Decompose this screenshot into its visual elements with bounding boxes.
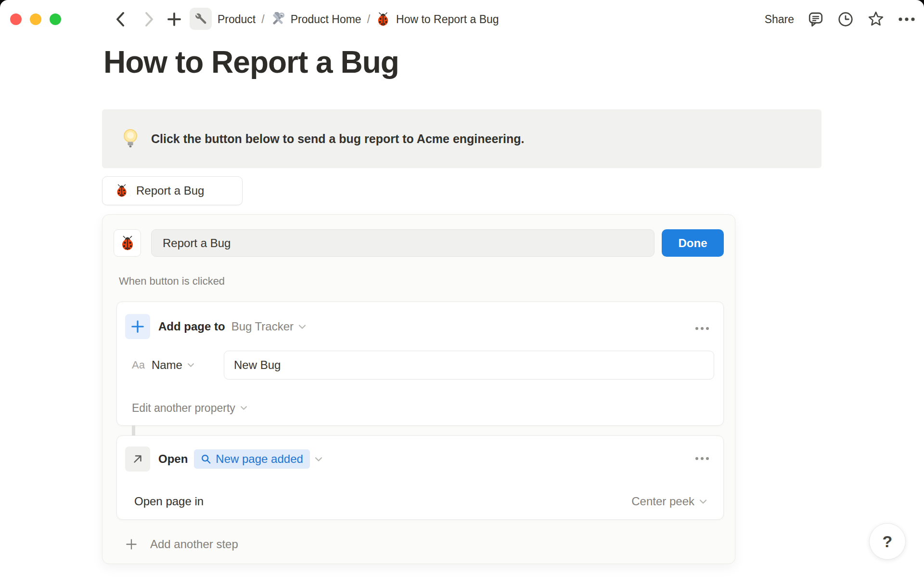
ladybug-icon [115,184,128,197]
step-connector [132,425,135,436]
close-window-icon[interactable] [10,13,22,25]
open-step-icon [125,447,150,472]
more-icon [701,327,704,330]
property-value-input[interactable] [224,351,714,380]
breadcrumb-separator: / [367,13,370,26]
step2-more-button[interactable] [695,457,709,460]
report-a-bug-button[interactable]: Report a Bug [102,176,243,205]
step1-target-database[interactable]: Bug Tracker [231,320,294,333]
chevron-right-icon [142,11,156,27]
search-icon [201,454,211,464]
sidebar-toggle-button[interactable] [82,12,101,27]
step2-action-label: Open [158,452,188,466]
lightbulb-icon [122,128,139,149]
step-card-add-page: Add page to Bug Tracker Aa Name Edit ano… [116,302,724,426]
new-tab-button[interactable] [166,11,183,28]
ellipsis-icon [898,17,915,22]
open-page-in-label: Open page in [134,495,204,508]
star-icon [867,11,885,28]
step1-action-label: Add page to [158,320,225,333]
titlebar: Product / Product Home / How to Report a [0,0,924,39]
more-button[interactable] [898,17,915,22]
window-controls [10,13,61,25]
edit-another-property-label: Edit another property [132,402,235,415]
hammer-wrench-icon [270,12,285,26]
breadcrumb: Product / Product Home / How to Report a [218,0,499,39]
favorite-button[interactable] [867,11,885,28]
zoom-window-icon[interactable] [50,13,61,25]
ladybug-icon [120,236,135,251]
help-button[interactable]: ? [869,523,906,560]
more-icon [695,327,698,330]
add-another-step-button[interactable]: Add another step [125,533,238,555]
page-title: How to Report a Bug [103,44,399,80]
chevron-down-icon[interactable] [315,457,322,462]
add-page-step-icon [125,314,150,339]
callout-block: Click the button below to send a bug rep… [102,109,821,168]
arrow-up-right-icon [131,453,144,465]
edit-another-property-button[interactable]: Edit another property [132,397,247,419]
breadcrumb-separator: / [261,13,264,26]
chevron-down-icon[interactable] [298,324,306,329]
comments-button[interactable] [808,11,824,27]
trigger-label: When button is clicked [119,275,225,288]
more-icon [706,327,709,330]
minimize-window-icon[interactable] [30,13,41,25]
breadcrumb-product-home[interactable]: Product Home [291,13,361,26]
notion-window: Product / Product Home / How to Report a [0,0,924,578]
breadcrumb-current-page[interactable]: How to Report a Bug [396,13,499,26]
step-card-open-page: Open New page added Open page in [116,435,724,520]
text-property-type-icon: Aa [132,359,145,371]
titlebar-actions: Share [765,0,915,39]
more-icon [706,457,709,460]
chevron-down-icon[interactable] [187,363,194,368]
ladybug-icon [376,12,390,26]
clock-icon [837,11,854,27]
report-a-bug-button-label: Report a Bug [136,184,204,197]
open-target-pill[interactable]: New page added [194,449,309,469]
chevron-down-icon [699,499,707,504]
add-another-step-label: Add another step [150,538,238,551]
open-page-in-select[interactable]: Center peek [631,495,707,508]
breadcrumb-product[interactable]: Product [218,13,256,26]
step1-more-button[interactable] [695,327,709,330]
property-name[interactable]: Name [152,358,182,372]
plus-icon [130,319,145,334]
button-icon-picker[interactable] [114,229,141,257]
callout-text: Click the button below to send a bug rep… [151,132,525,146]
open-page-in-value: Center peek [631,495,694,508]
comment-icon [808,11,824,27]
plus-icon [125,538,138,551]
workspace-icon-button[interactable] [190,8,212,30]
button-name-input[interactable] [151,229,654,257]
wrench-icon [194,12,207,26]
updates-button[interactable] [837,11,854,27]
back-button[interactable] [112,11,129,28]
more-icon [701,457,704,460]
step2-target-label: New page added [216,452,303,466]
forward-button[interactable] [141,11,158,28]
share-button[interactable]: Share [765,13,794,26]
chevron-left-icon [113,11,128,27]
chevron-down-icon [240,406,247,410]
plus-icon [167,12,182,27]
more-icon [695,457,698,460]
done-button[interactable]: Done [662,229,724,257]
button-editor-panel: Done When button is clicked Add page to … [102,214,735,564]
